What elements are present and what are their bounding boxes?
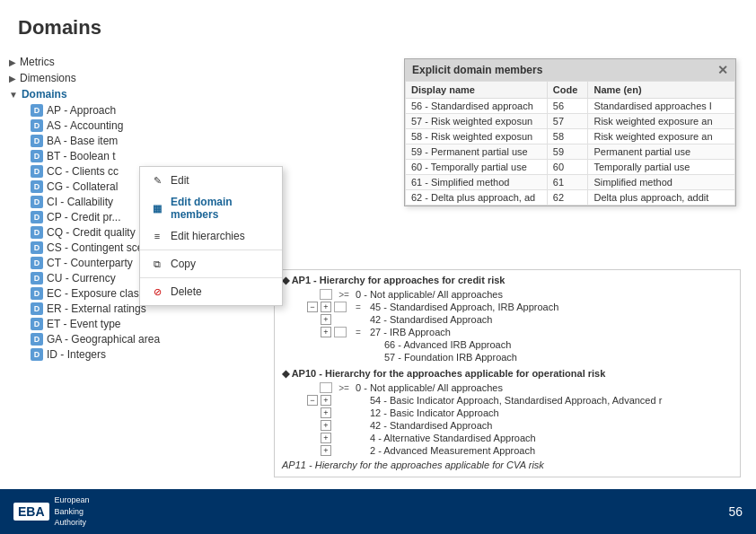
explicit-cell-code-6: 62 [547, 190, 588, 206]
explicit-domain-panel: Explicit domain members ✕ Display name C… [404, 58, 736, 206]
h-text: 2 - Advanced Measurement Approach [370, 445, 535, 456]
context-menu-edit-members[interactable]: ▦ Edit domain members [140, 191, 282, 225]
domain-item-bt[interactable]: D BT - Boolean t [9, 148, 269, 163]
h-plus-btn[interactable]: + [321, 445, 331, 456]
context-edit-members-label: Edit domain members [171, 196, 271, 221]
domain-badge-ba: D [31, 135, 43, 147]
h-row-hierarchy-section2-rows-3: +42 - Standardised Approach [275, 419, 740, 432]
context-menu-edit-hierarchies[interactable]: ≡ Edit hierarchies [140, 225, 282, 247]
explicit-row-4: 60 - Temporally partial use 60 Temporall… [406, 160, 735, 175]
domain-item-ga[interactable]: D GA - Geographical area [9, 331, 269, 346]
domain-badge-cc: D [31, 165, 43, 178]
h-op: >= [335, 383, 353, 393]
explicit-cell-name-0: Standardised approaches I [588, 99, 735, 114]
h-plus-btn[interactable]: + [321, 433, 331, 443]
eba-logo: EBA [13, 503, 49, 521]
domain-label-id: ID - Integers [47, 348, 106, 361]
h-checkbox[interactable] [334, 327, 347, 337]
h-op: = [349, 302, 367, 312]
hierarchy-section3-partial: AP11 - Hierarchy for the approaches appl… [275, 457, 740, 473]
explicit-cell-display-1: 57 - Risk weighted exposun [406, 114, 548, 129]
edit-icon: ✎ [151, 174, 163, 187]
explicit-cell-code-1: 57 [547, 114, 588, 129]
h-text: 12 - Basic Indicator Approach [370, 407, 499, 418]
h-checkbox[interactable] [334, 302, 347, 312]
domain-badge-ec: D [31, 287, 43, 300]
tree-metrics[interactable]: ▶ Metrics [9, 54, 269, 70]
h-text: 0 - Not applicable/ All approaches [356, 382, 503, 393]
h-checkbox[interactable] [320, 382, 332, 393]
explicit-panel-title: Explicit domain members [412, 64, 542, 76]
explicit-cell-code-3: 59 [547, 144, 588, 160]
tree-domains[interactable]: ▼ Domains [9, 86, 269, 102]
h-op: = [349, 328, 367, 337]
h-text: 27 - IRB Approach [370, 327, 451, 337]
explicit-cell-display-3: 59 - Permanent partial use [406, 144, 548, 160]
explicit-row-3: 59 - Permanent partial use 59 Permanent … [406, 144, 735, 160]
hierarchy-section2-rows: >=0 - Not applicable/ All approaches−+54… [275, 381, 740, 457]
explicit-cell-name-2: Risk weighted exposure an [588, 129, 735, 144]
explicit-cell-code-0: 56 [547, 99, 588, 114]
h-text: 57 - Foundation IRB Approach [384, 352, 517, 363]
explicit-row-0: 56 - Standardised approach 56 Standardis… [406, 99, 735, 114]
h-plus-btn[interactable]: + [321, 314, 331, 325]
context-edit-hierarchies-label: Edit hierarchies [171, 230, 245, 242]
domains-arrow-icon: ▼ [9, 90, 18, 100]
domain-badge-er: D [31, 302, 43, 315]
h-row-hierarchy-section2-rows-0: >=0 - Not applicable/ All approaches [275, 381, 740, 394]
context-copy-label: Copy [171, 258, 196, 270]
context-menu-delete[interactable]: ⊘ Delete [140, 281, 282, 302]
explicit-cell-display-5: 61 - Simplified method [406, 175, 548, 190]
h-text: 0 - Not applicable/ All approaches [356, 289, 503, 300]
context-menu-copy[interactable]: ⧉ Copy [140, 253, 282, 275]
hierarchy-section2-title: ◆ AP10 - Hierarchy for the approaches ap… [275, 363, 740, 381]
panel-close-button[interactable]: ✕ [717, 63, 728, 77]
context-edit-label: Edit [171, 174, 189, 187]
h-plus-btn[interactable]: + [321, 420, 331, 431]
footer-logo: EBA European Banking Authority [13, 495, 90, 529]
h-text: 4 - Alternative Standardised Approach [370, 433, 536, 443]
dimensions-label: Dimensions [20, 72, 76, 84]
hierarchy-panel: ◆ AP1 - Hierarchy for approaches for cre… [274, 269, 741, 477]
edit-hierarchies-icon: ≡ [151, 230, 163, 242]
domain-badge-ci: D [31, 196, 43, 208]
domain-label-cq: CQ - Credit quality [47, 226, 136, 239]
domain-item-as[interactable]: D AS - Accounting [9, 118, 269, 133]
h-row-hierarchy-section1-rows-3: +=27 - IRB Approach [275, 326, 740, 338]
explicit-cell-code-4: 60 [547, 160, 588, 175]
h-row-hierarchy-section2-rows-5: +2 - Advanced Measurement Approach [275, 444, 740, 457]
domain-badge-cg: D [31, 180, 43, 193]
domain-item-et[interactable]: D ET - Event type [9, 316, 269, 331]
h-row-hierarchy-section2-rows-2: +12 - Basic Indicator Approach [275, 407, 740, 419]
domains-label: Domains [22, 88, 67, 101]
domain-item-ba[interactable]: D BA - Base item [9, 133, 269, 148]
footer-org-text: European Banking Authority [55, 495, 90, 529]
h-checkbox[interactable] [320, 289, 332, 300]
footer-page-number: 56 [728, 504, 743, 519]
h-minus-btn[interactable]: − [307, 302, 318, 312]
explicit-cell-display-0: 56 - Standardised approach [406, 99, 548, 114]
h-plus-btn[interactable]: + [321, 407, 331, 418]
explicit-cell-display-4: 60 - Temporally partial use [406, 160, 548, 175]
domain-item-id[interactable]: D ID - Integers [9, 346, 269, 362]
h-text: 54 - Basic Indicator Approach, Standardi… [370, 395, 662, 406]
domain-item-ap[interactable]: D AP - Approach [9, 102, 269, 118]
context-menu-edit[interactable]: ✎ Edit [140, 170, 282, 191]
domain-label-cg: CG - Collateral [47, 180, 118, 193]
delete-icon: ⊘ [151, 285, 163, 298]
edit-members-icon: ▦ [151, 202, 163, 214]
domain-label-ba: BA - Base item [47, 135, 118, 147]
metrics-label: Metrics [20, 56, 55, 68]
explicit-panel-header: Explicit domain members ✕ [405, 59, 735, 81]
footer-bar: EBA European Banking Authority 56 [0, 489, 756, 534]
h-plus-btn[interactable]: + [321, 395, 331, 406]
domain-label-bt: BT - Boolean t [47, 150, 116, 162]
explicit-cell-name-1: Risk weighted exposure an [588, 114, 735, 129]
h-plus-btn[interactable]: + [321, 327, 331, 337]
h-plus-btn[interactable]: + [321, 302, 331, 312]
h-minus-btn[interactable]: − [307, 395, 318, 406]
h-text: 66 - Advanced IRB Approach [384, 339, 511, 350]
tree-dimensions[interactable]: ▶ Dimensions [9, 70, 269, 86]
h-text: 42 - Standardised Approach [370, 314, 492, 325]
explicit-row-5: 61 - Simplified method 61 Simplified met… [406, 175, 735, 190]
